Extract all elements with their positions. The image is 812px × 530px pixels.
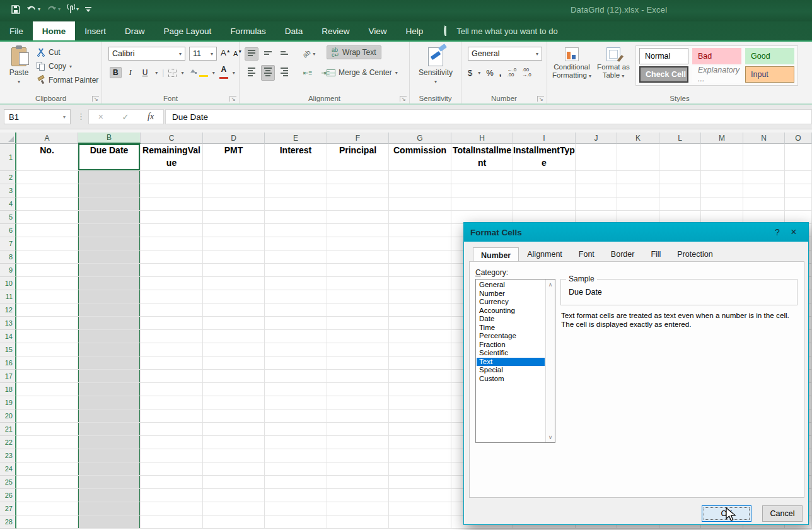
row-header-10[interactable]: 10 bbox=[0, 277, 16, 290]
cell-B9[interactable] bbox=[78, 264, 141, 277]
number-dialog-launcher-icon[interactable]: ↘ bbox=[537, 96, 544, 102]
cell-E8[interactable] bbox=[265, 250, 327, 264]
tab-data[interactable]: Data bbox=[276, 21, 313, 40]
col-header-D[interactable]: D bbox=[203, 132, 265, 144]
cell-E12[interactable] bbox=[265, 303, 327, 317]
cell-B16[interactable] bbox=[78, 356, 141, 370]
cell-E23[interactable] bbox=[265, 449, 327, 462]
cell-C26[interactable] bbox=[141, 489, 203, 502]
cell-G28[interactable] bbox=[389, 515, 451, 529]
col-header-M[interactable]: M bbox=[701, 132, 743, 144]
cell-F11[interactable] bbox=[327, 290, 389, 303]
cell-E11[interactable] bbox=[265, 290, 327, 303]
row-header-14[interactable]: 14 bbox=[0, 330, 16, 343]
cell-B21[interactable] bbox=[78, 423, 141, 436]
col-header-B[interactable]: B bbox=[78, 132, 141, 144]
cell-E14[interactable] bbox=[265, 330, 327, 343]
row-header-4[interactable]: 4 bbox=[0, 197, 16, 211]
cell-F2[interactable] bbox=[327, 171, 389, 184]
top-align-button[interactable] bbox=[245, 47, 258, 61]
cell-F28[interactable] bbox=[327, 515, 389, 529]
cell-D24[interactable] bbox=[203, 462, 265, 476]
cell-C15[interactable] bbox=[141, 343, 203, 356]
cell-N2[interactable] bbox=[743, 171, 785, 184]
cell-L4[interactable] bbox=[659, 197, 701, 211]
cell-F7[interactable] bbox=[327, 237, 389, 250]
cell-E2[interactable] bbox=[265, 171, 327, 184]
cell-K4[interactable] bbox=[617, 197, 659, 211]
cell-F24[interactable] bbox=[327, 462, 389, 476]
row-header-16[interactable]: 16 bbox=[0, 356, 16, 370]
underline-button[interactable]: U bbox=[139, 67, 151, 78]
row-header-22[interactable]: 22 bbox=[0, 436, 16, 449]
cell-B5[interactable] bbox=[78, 211, 141, 224]
cell-A25[interactable] bbox=[16, 476, 78, 489]
cell-F8[interactable] bbox=[327, 250, 389, 264]
cell-B13[interactable] bbox=[78, 317, 141, 330]
cell-M4[interactable] bbox=[701, 197, 743, 211]
cell-D4[interactable] bbox=[203, 197, 265, 211]
cell-F3[interactable] bbox=[327, 184, 389, 197]
category-currency[interactable]: Currency bbox=[477, 298, 545, 307]
row-header-8[interactable]: 8 bbox=[0, 250, 16, 264]
row-header-2[interactable]: 2 bbox=[0, 171, 16, 184]
cell-F19[interactable] bbox=[327, 396, 389, 409]
cell-E3[interactable] bbox=[265, 184, 327, 197]
cell-D15[interactable] bbox=[203, 343, 265, 356]
name-box[interactable]: B1▾ bbox=[4, 109, 71, 124]
cell-O1[interactable] bbox=[785, 144, 812, 171]
cell-F20[interactable] bbox=[327, 409, 389, 423]
dialog-tab-font[interactable]: Font bbox=[571, 247, 603, 262]
col-header-N[interactable]: N bbox=[743, 132, 785, 144]
cell-style-bad[interactable]: Bad bbox=[692, 48, 741, 64]
tab-formulas[interactable]: Formulas bbox=[221, 21, 275, 40]
cell-E19[interactable] bbox=[265, 396, 327, 409]
cell-E18[interactable] bbox=[265, 383, 327, 396]
comma-style-button[interactable]: , bbox=[499, 68, 502, 78]
cell-O2[interactable] bbox=[785, 171, 812, 184]
dialog-title-bar[interactable]: Format Cells ? × bbox=[464, 223, 808, 242]
cell-F26[interactable] bbox=[327, 489, 389, 502]
cell-J1[interactable] bbox=[576, 144, 617, 171]
cell-J3[interactable] bbox=[576, 184, 617, 197]
cell-C13[interactable] bbox=[141, 317, 203, 330]
cell-D7[interactable] bbox=[203, 237, 265, 250]
cell-G3[interactable] bbox=[389, 184, 451, 197]
enter-entry-icon[interactable]: ✓ bbox=[122, 112, 129, 122]
dialog-tab-border[interactable]: Border bbox=[603, 247, 643, 262]
cell-F25[interactable] bbox=[327, 476, 389, 489]
cell-K3[interactable] bbox=[617, 184, 659, 197]
cell-F4[interactable] bbox=[327, 197, 389, 211]
dialog-help-button[interactable]: ? bbox=[769, 227, 786, 237]
category-fraction[interactable]: Fraction bbox=[477, 341, 545, 350]
bold-button[interactable]: B bbox=[110, 67, 122, 78]
dialog-tab-number[interactable]: Number bbox=[473, 247, 519, 262]
align-right-button[interactable] bbox=[277, 65, 291, 81]
cell-A13[interactable] bbox=[16, 317, 78, 330]
tell-me-box[interactable]: Tell me what you want to do bbox=[444, 21, 557, 40]
cell-E24[interactable] bbox=[265, 462, 327, 476]
row-header-9[interactable]: 9 bbox=[0, 264, 16, 277]
font-dialog-launcher-icon[interactable]: ↘ bbox=[229, 96, 236, 102]
cell-G11[interactable] bbox=[389, 290, 451, 303]
cell-F18[interactable] bbox=[327, 383, 389, 396]
font-size-combo[interactable]: 11▾ bbox=[189, 47, 217, 61]
paste-button[interactable]: Paste ▾ bbox=[5, 44, 33, 98]
cell-K2[interactable] bbox=[617, 171, 659, 184]
cell-I1[interactable]: InstallmentType bbox=[513, 144, 576, 171]
cell-E21[interactable] bbox=[265, 423, 327, 436]
cell-G1[interactable]: Commission bbox=[389, 144, 451, 171]
category-general[interactable]: General bbox=[477, 281, 545, 290]
fill-color-button[interactable] bbox=[188, 68, 208, 77]
category-percentage[interactable]: Percentage bbox=[477, 332, 545, 341]
cell-L2[interactable] bbox=[659, 171, 701, 184]
cell-F9[interactable] bbox=[327, 264, 389, 277]
cell-C1[interactable]: RemainingValue bbox=[141, 144, 203, 171]
cell-C19[interactable] bbox=[141, 396, 203, 409]
cell-C3[interactable] bbox=[141, 184, 203, 197]
row-header-5[interactable]: 5 bbox=[0, 211, 16, 224]
customize-quick-access-icon[interactable] bbox=[85, 6, 91, 13]
font-family-combo[interactable]: Calibri▾ bbox=[108, 47, 185, 61]
col-header-L[interactable]: L bbox=[659, 132, 701, 144]
category-date[interactable]: Date bbox=[477, 315, 545, 324]
